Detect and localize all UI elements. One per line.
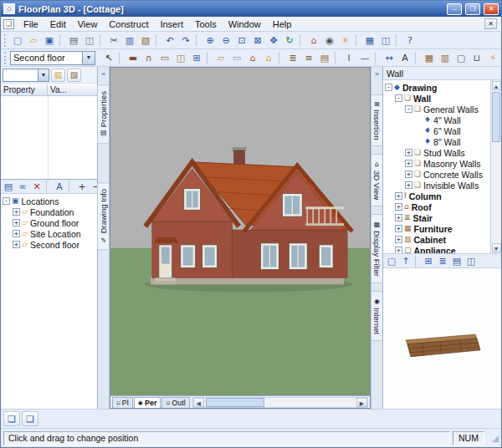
- property-set-combo[interactable]: ▼: [3, 69, 49, 82]
- view-tab-plan[interactable]: ▫Pl: [112, 397, 133, 408]
- scroll-down-icon[interactable]: ▼: [492, 243, 501, 252]
- paste-icon[interactable]: ▧: [138, 33, 153, 48]
- tree-item-appliance[interactable]: + ▢ Appliance: [383, 245, 490, 253]
- tree-item-second-floor[interactable]: + ▱ Second floor: [1, 239, 97, 250]
- text-icon[interactable]: A: [397, 51, 412, 65]
- curved-wall-icon[interactable]: ∩: [141, 51, 156, 65]
- tree-item-masonry-walls[interactable]: + ❏ Masonry Walls: [383, 158, 490, 169]
- print-preview-icon[interactable]: ◫: [82, 33, 97, 48]
- toolbar-grip[interactable]: [4, 52, 7, 64]
- menu-view[interactable]: View: [72, 18, 104, 31]
- toolbar-icon[interactable]: [100, 34, 104, 47]
- scrollbar-thumb[interactable]: [206, 398, 264, 407]
- toolbar-icon[interactable]: [196, 34, 200, 47]
- tree-item-6in-wall[interactable]: ♦ 6" Wall: [383, 125, 490, 136]
- dock-tab-3d-view[interactable]: ⌂3D View: [371, 154, 383, 206]
- list-view-icon[interactable]: ▤: [2, 181, 15, 193]
- door-icon[interactable]: ◫: [173, 51, 188, 65]
- view-tab-outline[interactable]: ▫Outl: [161, 397, 189, 408]
- walkthrough-icon[interactable]: ⌂: [306, 33, 321, 48]
- redo-icon[interactable]: ↷: [178, 33, 193, 48]
- menu-insert[interactable]: Insert: [154, 18, 189, 31]
- close-button[interactable]: ✕: [484, 3, 499, 15]
- tree-expander-icon[interactable]: +: [405, 181, 412, 189]
- scroll-right-icon[interactable]: ▶: [356, 398, 367, 407]
- minimized-window-button-2[interactable]: ❏: [22, 411, 38, 426]
- tree-expander-icon[interactable]: -: [405, 105, 412, 113]
- zoom-in-icon[interactable]: ⊕: [202, 33, 218, 48]
- tree-item-site-location[interactable]: + ▱ Site Location: [1, 228, 97, 239]
- stair-icon[interactable]: ≣: [285, 51, 300, 65]
- toolbar-icon[interactable]: [300, 34, 304, 47]
- minimize-button[interactable]: –: [447, 3, 462, 15]
- tree-item-ground-floor[interactable]: + ▱ Ground floor: [1, 217, 97, 228]
- furniture-icon[interactable]: ▦: [422, 51, 437, 65]
- new-category-icon[interactable]: ▢: [385, 255, 398, 267]
- app-icon[interactable]: ⌂: [3, 3, 15, 14]
- column-icon[interactable]: I: [341, 51, 356, 65]
- toolbar-icon[interactable]: [119, 52, 123, 64]
- appliance-icon[interactable]: ▢: [453, 51, 469, 65]
- property-column-header[interactable]: Property: [1, 84, 48, 95]
- sort-icon[interactable]: A: [53, 181, 66, 193]
- menu-window[interactable]: Window: [223, 18, 267, 31]
- tree-expander-icon[interactable]: +: [405, 149, 412, 156]
- roof-icon[interactable]: ⌂: [245, 51, 260, 65]
- help-icon[interactable]: ?: [402, 33, 417, 48]
- toolbar-icon[interactable]: [59, 34, 64, 47]
- horizontal-scrollbar[interactable]: ◀ ▶: [192, 397, 368, 408]
- print-icon[interactable]: ▤: [66, 33, 81, 48]
- dock-tab-drawing-info[interactable]: ✎Drawing Info: [97, 182, 110, 250]
- delete-icon[interactable]: ✕: [30, 181, 44, 193]
- document-close-button[interactable]: ✕: [484, 18, 497, 29]
- wall-preview-pane[interactable]: [383, 268, 501, 409]
- tree-item-locations[interactable]: - ▣ Locations: [1, 196, 97, 206]
- toolbar-icon[interactable]: [415, 255, 419, 267]
- zoom-extents-icon[interactable]: ⊠: [250, 33, 265, 48]
- details-view-icon[interactable]: ▤: [450, 255, 464, 267]
- toolbar-icon[interactable]: [46, 181, 50, 193]
- toolbar-icon[interactable]: [207, 52, 211, 64]
- tree-item-furniture[interactable]: + ▦ Furniture: [383, 223, 490, 234]
- toolbar-icon[interactable]: [335, 52, 339, 64]
- pan-icon[interactable]: ✥: [266, 33, 281, 48]
- 3d-viewport[interactable]: ▫Pl ◉Per ▫Outl ◀ ▶: [110, 67, 371, 409]
- scroll-up-icon[interactable]: ▲: [492, 81, 501, 90]
- menu-tools[interactable]: Tools: [189, 18, 223, 31]
- tile-windows-icon[interactable]: ◫: [378, 33, 393, 48]
- tree-item-general-walls[interactable]: - ❏ General Walls: [383, 104, 490, 115]
- chevron-down-icon[interactable]: ▼: [82, 52, 95, 64]
- dock-tab-internet[interactable]: ◉Internet: [371, 291, 383, 341]
- up-level-icon[interactable]: ↑: [399, 255, 412, 267]
- menu-edit[interactable]: Edit: [44, 18, 72, 31]
- tree-item-cabinet[interactable]: + ▥ Cabinet: [383, 234, 490, 245]
- floor-selector[interactable]: Second floor ▼: [10, 51, 95, 65]
- tree-expander-icon[interactable]: +: [405, 160, 412, 167]
- tree-expander-icon[interactable]: -: [3, 197, 10, 205]
- railing-icon[interactable]: ≡: [301, 51, 316, 65]
- minimized-window-button-1[interactable]: ❏: [3, 411, 20, 426]
- tree-item-concrete-walls[interactable]: + ❏ Concrete Walls: [383, 169, 490, 180]
- scrollbar-track[interactable]: [204, 398, 356, 407]
- tree-item-roof[interactable]: + ⌂ Roof: [383, 201, 490, 212]
- open-icon[interactable]: ▱: [26, 33, 41, 48]
- tree-item-4in-wall[interactable]: ♦ 4" Wall: [383, 115, 490, 125]
- dock-tab-display-filter[interactable]: ▦Display Filter: [371, 214, 383, 283]
- ceiling-icon[interactable]: ▭: [229, 51, 244, 65]
- chevron-down-icon[interactable]: ▼: [38, 69, 49, 81]
- tree-item-foundation[interactable]: + ▱ Foundation: [1, 206, 97, 217]
- new-property-set-button[interactable]: ▧: [51, 69, 65, 82]
- tree-expander-icon[interactable]: +: [395, 214, 402, 221]
- tree-expander-icon[interactable]: [415, 127, 423, 135]
- document-icon[interactable]: ❏: [3, 19, 14, 29]
- tree-item-8in-wall[interactable]: ♦ 8" Wall: [383, 136, 490, 147]
- tree-expander-icon[interactable]: +: [13, 230, 20, 237]
- save-icon[interactable]: ▣: [42, 33, 57, 48]
- preview-pane-icon[interactable]: ◫: [464, 255, 478, 267]
- toolbar-icon[interactable]: [415, 52, 419, 64]
- zoom-out-icon[interactable]: ⊖: [218, 33, 233, 48]
- deck-icon[interactable]: ▤: [317, 51, 332, 65]
- collapse-panel-icon[interactable]: «: [99, 69, 109, 79]
- toolbar-grip[interactable]: [4, 34, 7, 47]
- wall-icon[interactable]: ▬: [126, 51, 141, 65]
